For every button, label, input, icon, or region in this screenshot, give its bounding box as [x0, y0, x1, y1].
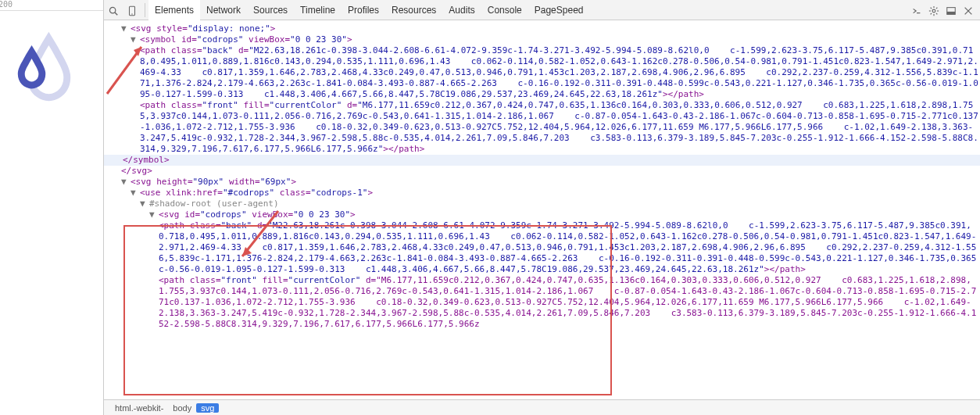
device-icon[interactable]	[123, 3, 141, 16]
search-icon[interactable]	[104, 3, 123, 16]
tab-pagespeed[interactable]: PageSpeed	[528, 0, 590, 20]
tab-network[interactable]: Network	[200, 0, 247, 20]
ruler-tick-label: 200	[0, 0, 13, 9]
dom-line[interactable]: <path class="front" fill="currentColor" …	[140, 100, 978, 154]
dock-icon[interactable]	[946, 3, 957, 16]
dom-line[interactable]: <svg style="display: none;">	[131, 23, 275, 34]
svg-point-5	[932, 9, 935, 13]
tab-console[interactable]: Console	[481, 0, 528, 20]
svg-point-3	[131, 13, 132, 14]
breadcrumb-item[interactable]: body	[168, 403, 196, 413]
svg-point-0	[109, 7, 115, 13]
dom-line[interactable]: <svg height="90px" width="69px">	[131, 177, 296, 187]
tab-audits[interactable]: Audits	[442, 0, 481, 20]
svg-rect-15	[947, 12, 956, 15]
dom-line[interactable]: <symbol id="codrops" viewBox="0 0 23 30"…	[140, 34, 352, 45]
breadcrumb-item[interactable]: html.-webkit-	[110, 403, 168, 413]
svg-line-12	[936, 7, 937, 8]
breadcrumb[interactable]: html.-webkit-bodysvg	[104, 399, 980, 415]
elements-panel[interactable]: ▼<svg style="display: none;"> ▼<symbol i…	[104, 20, 980, 399]
shadow-root-label[interactable]: #shadow-root (user-agent)	[149, 199, 279, 209]
dom-line[interactable]: <svg id="codrops" viewBox="0 0 23 30">	[159, 209, 356, 220]
tab-resources[interactable]: Resources	[385, 0, 442, 20]
dom-line[interactable]: <use xlink:href="#codrops" class="codrop…	[140, 188, 373, 198]
console-icon[interactable]	[911, 3, 922, 16]
ruler: 200	[0, 0, 103, 11]
dom-line[interactable]: </symbol>	[123, 155, 170, 165]
gear-icon[interactable]	[928, 3, 939, 16]
svg-line-13	[931, 13, 932, 14]
dom-line[interactable]: <path class="back" d="M22.63,18.261c-0.3…	[159, 220, 976, 274]
svg-line-10	[931, 7, 932, 8]
svg-line-11	[936, 13, 937, 14]
dom-line[interactable]: <path class="front" fill="currentColor" …	[159, 275, 976, 329]
tab-elements[interactable]: Elements	[148, 0, 200, 20]
codrops-drop-icon	[17, 31, 103, 104]
breadcrumb-item[interactable]: svg	[196, 403, 219, 413]
tab-timeline[interactable]: Timeline	[294, 0, 342, 20]
dom-line[interactable]: <path class="back" d="M22.63,18.261c-0.3…	[140, 45, 978, 99]
close-icon[interactable]	[963, 3, 974, 16]
tab-sources[interactable]: Sources	[247, 0, 294, 20]
tab-profiles[interactable]: Profiles	[342, 0, 385, 20]
dom-line[interactable]: </svg>	[121, 166, 152, 176]
svg-line-1	[115, 12, 118, 15]
devtools-toolbar: ElementsNetworkSourcesTimelineProfilesRe…	[104, 0, 980, 20]
page-preview-pane: 200	[0, 0, 104, 415]
